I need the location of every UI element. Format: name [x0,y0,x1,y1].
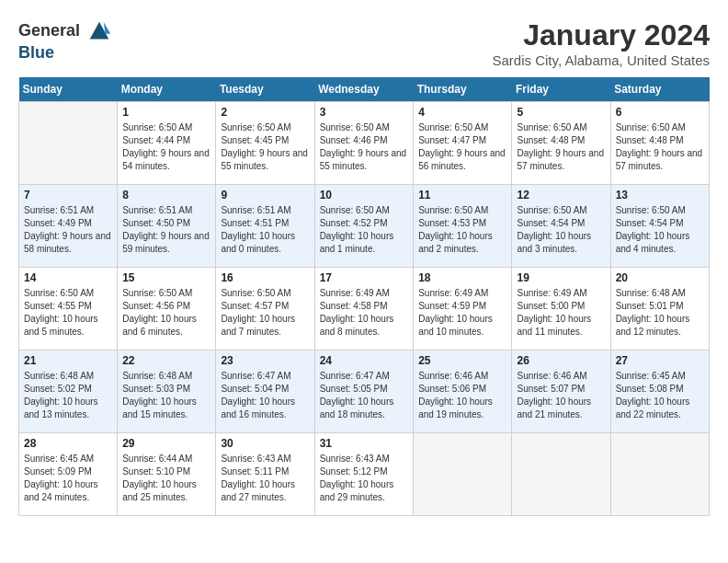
day-info: Sunrise: 6:50 AMSunset: 4:55 PMDaylight:… [24,287,112,339]
day-info: Sunrise: 6:49 AMSunset: 4:59 PMDaylight:… [418,287,506,339]
day-info: Sunrise: 6:50 AMSunset: 4:53 PMDaylight:… [418,204,506,256]
day-number: 4 [418,106,506,119]
calendar-cell [512,433,610,516]
day-number: 8 [122,189,210,201]
day-info: Sunrise: 6:50 AMSunset: 4:54 PMDaylight:… [616,204,704,256]
calendar-week-row: 7Sunrise: 6:51 AMSunset: 4:49 PMDaylight… [19,185,710,268]
day-info: Sunrise: 6:43 AMSunset: 5:12 PMDaylight:… [320,453,409,504]
day-number: 9 [221,189,309,201]
calendar-cell: 16Sunrise: 6:50 AMSunset: 4:57 PMDayligh… [216,268,314,350]
day-number: 30 [221,437,309,450]
day-info: Sunrise: 6:49 AMSunset: 4:58 PMDaylight:… [320,287,409,339]
calendar-cell: 29Sunrise: 6:44 AMSunset: 5:10 PMDayligh… [118,433,216,516]
calendar-cell: 7Sunrise: 6:51 AMSunset: 4:49 PMDaylight… [19,185,118,268]
day-info: Sunrise: 6:45 AMSunset: 5:08 PMDaylight:… [616,370,704,421]
logo-blue: Blue [18,43,54,62]
title-block: January 2024 Sardis City, Alabama, Unite… [493,18,711,68]
calendar-week-row: 21Sunrise: 6:48 AMSunset: 5:02 PMDayligh… [19,350,710,433]
calendar-week-row: 28Sunrise: 6:45 AMSunset: 5:09 PMDayligh… [19,433,710,516]
weekday-header: Sunday [19,77,118,102]
calendar-cell: 22Sunrise: 6:48 AMSunset: 5:03 PMDayligh… [118,350,216,433]
weekday-header: Saturday [610,77,709,102]
calendar-cell: 21Sunrise: 6:48 AMSunset: 5:02 PMDayligh… [19,350,118,433]
weekday-header: Monday [118,77,216,102]
calendar-table: SundayMondayTuesdayWednesdayThursdayFrid… [18,77,710,516]
day-info: Sunrise: 6:51 AMSunset: 4:49 PMDaylight:… [24,204,112,256]
logo: General Blue [18,18,112,63]
calendar-cell: 28Sunrise: 6:45 AMSunset: 5:09 PMDayligh… [19,433,118,516]
page-header: General Blue January 2024 Sardis City, A… [18,18,710,68]
day-info: Sunrise: 6:51 AMSunset: 4:51 PMDaylight:… [221,204,309,256]
calendar-cell: 2Sunrise: 6:50 AMSunset: 4:45 PMDaylight… [216,102,314,185]
weekday-header: Wednesday [314,77,414,102]
calendar-cell: 13Sunrise: 6:50 AMSunset: 4:54 PMDayligh… [610,185,709,268]
page-title: January 2024 [493,18,711,52]
calendar-cell: 12Sunrise: 6:50 AMSunset: 4:54 PMDayligh… [512,185,610,268]
day-info: Sunrise: 6:46 AMSunset: 5:06 PMDaylight:… [418,370,506,421]
day-number: 21 [24,354,112,367]
weekday-header: Thursday [414,77,512,102]
weekday-header: Tuesday [216,77,314,102]
calendar-cell [610,433,709,516]
day-number: 19 [517,271,605,284]
day-number: 13 [616,189,704,201]
day-info: Sunrise: 6:50 AMSunset: 4:48 PMDaylight:… [616,121,704,173]
calendar-cell: 5Sunrise: 6:50 AMSunset: 4:48 PMDaylight… [512,102,610,185]
calendar-cell: 30Sunrise: 6:43 AMSunset: 5:11 PMDayligh… [216,433,314,516]
day-number: 14 [24,271,112,284]
calendar-week-row: 1Sunrise: 6:50 AMSunset: 4:44 PMDaylight… [19,102,710,185]
calendar-week-row: 14Sunrise: 6:50 AMSunset: 4:55 PMDayligh… [19,268,710,350]
day-number: 7 [24,189,112,201]
day-number: 1 [122,106,210,119]
day-info: Sunrise: 6:50 AMSunset: 4:44 PMDaylight:… [122,121,210,173]
calendar-cell: 31Sunrise: 6:43 AMSunset: 5:12 PMDayligh… [314,433,414,516]
calendar-cell: 27Sunrise: 6:45 AMSunset: 5:08 PMDayligh… [610,350,709,433]
calendar-cell: 8Sunrise: 6:51 AMSunset: 4:50 PMDaylight… [118,185,216,268]
day-number: 11 [418,189,506,201]
day-number: 12 [517,189,605,201]
logo-general: General [18,21,80,40]
day-info: Sunrise: 6:48 AMSunset: 5:03 PMDaylight:… [122,370,210,421]
day-info: Sunrise: 6:46 AMSunset: 5:07 PMDaylight:… [517,370,605,421]
day-number: 18 [418,271,506,284]
calendar-cell: 24Sunrise: 6:47 AMSunset: 5:05 PMDayligh… [314,350,414,433]
day-info: Sunrise: 6:49 AMSunset: 5:00 PMDaylight:… [517,287,605,339]
day-number: 26 [517,354,605,367]
day-info: Sunrise: 6:50 AMSunset: 4:45 PMDaylight:… [221,121,309,173]
calendar-cell: 17Sunrise: 6:49 AMSunset: 4:58 PMDayligh… [314,268,414,350]
day-number: 29 [122,437,210,450]
day-number: 22 [122,354,210,367]
calendar-cell: 25Sunrise: 6:46 AMSunset: 5:06 PMDayligh… [414,350,512,433]
weekday-header: Friday [512,77,610,102]
day-info: Sunrise: 6:50 AMSunset: 4:52 PMDaylight:… [320,204,409,256]
calendar-cell: 19Sunrise: 6:49 AMSunset: 5:00 PMDayligh… [512,268,610,350]
day-info: Sunrise: 6:48 AMSunset: 5:02 PMDaylight:… [24,370,112,421]
calendar-cell: 23Sunrise: 6:47 AMSunset: 5:04 PMDayligh… [216,350,314,433]
calendar-cell [414,433,512,516]
calendar-cell [19,102,118,185]
day-info: Sunrise: 6:50 AMSunset: 4:57 PMDaylight:… [221,287,309,339]
day-info: Sunrise: 6:50 AMSunset: 4:56 PMDaylight:… [122,287,210,339]
day-number: 20 [616,271,704,284]
calendar-cell: 1Sunrise: 6:50 AMSunset: 4:44 PMDaylight… [118,102,216,185]
day-number: 23 [221,354,309,367]
day-number: 6 [616,106,704,119]
day-number: 28 [24,437,112,450]
day-info: Sunrise: 6:50 AMSunset: 4:46 PMDaylight:… [320,121,409,173]
calendar-cell: 3Sunrise: 6:50 AMSunset: 4:46 PMDaylight… [314,102,414,185]
day-info: Sunrise: 6:48 AMSunset: 5:01 PMDaylight:… [616,287,704,339]
calendar-cell: 6Sunrise: 6:50 AMSunset: 4:48 PMDaylight… [610,102,709,185]
day-info: Sunrise: 6:50 AMSunset: 4:54 PMDaylight:… [517,204,605,256]
day-info: Sunrise: 6:50 AMSunset: 4:47 PMDaylight:… [418,121,506,173]
day-info: Sunrise: 6:44 AMSunset: 5:10 PMDaylight:… [122,453,210,504]
day-number: 17 [320,271,409,284]
calendar-header-row: SundayMondayTuesdayWednesdayThursdayFrid… [19,77,710,102]
day-number: 3 [320,106,409,119]
day-number: 16 [221,271,309,284]
day-number: 31 [320,437,409,450]
day-number: 15 [122,271,210,284]
calendar-cell: 26Sunrise: 6:46 AMSunset: 5:07 PMDayligh… [512,350,610,433]
day-info: Sunrise: 6:47 AMSunset: 5:05 PMDaylight:… [320,370,409,421]
day-info: Sunrise: 6:47 AMSunset: 5:04 PMDaylight:… [221,370,309,421]
day-number: 10 [320,189,409,201]
